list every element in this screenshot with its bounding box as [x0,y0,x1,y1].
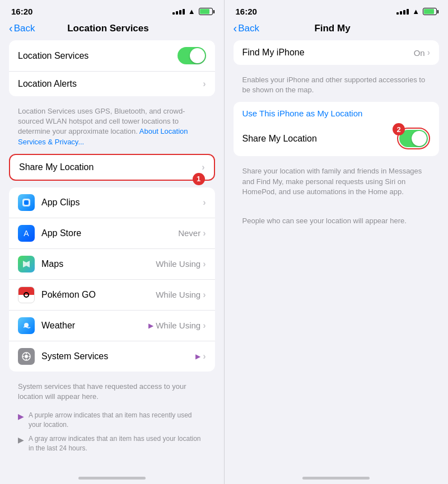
app-store-label: App Store [41,228,178,238]
badge-1: 1 [193,173,205,185]
share-toggle-knob [412,131,427,146]
app-store-chevron-icon: › [203,228,206,238]
maps-icon [18,256,35,272]
weather-chevron-icon: › [203,321,206,331]
right-screen: 16:20 ▲ ‹ Back Find My Find My iPhone [225,0,449,484]
system-arrow-icon: ▶ [195,353,200,360]
weather-icon [18,317,35,334]
share-my-location-label: Share My Location [19,162,202,172]
nav-title-right: Find My [226,23,439,34]
purple-arrow-note: ▶ A purple arrow indicates that an item … [18,411,206,430]
system-services-description: System services that have requested acce… [9,378,215,408]
nav-title-left: Location Services [1,23,214,34]
status-bar-right: 16:20 ▲ [225,0,449,20]
app-store-row[interactable]: A App Store Never › [9,218,215,249]
pokemon-icon [18,286,35,303]
purple-note-text: A purple arrow indicates that an item ha… [29,411,206,430]
right-content: Find My iPhone On › Enables your iPhone … [225,40,449,472]
status-time-left: 16:20 [11,7,32,16]
location-services-row[interactable]: Location Services [9,40,215,72]
maps-value: While Using [156,259,200,269]
weather-row[interactable]: Weather ▶ While Using › [9,311,215,341]
share-description: Share your location with family and frie… [234,163,440,204]
pokemon-row[interactable]: Pokémon GO While Using › [9,280,215,311]
people-placeholder: People who can see your location will ap… [234,213,440,233]
location-services-label: Location Services [18,51,178,61]
share-my-location-right-row[interactable]: Share My Location 2 [234,121,440,156]
wifi-icon: ▲ [188,7,195,16]
left-screen: 16:20 ▲ ‹ Back Location Services Locatio [0,0,224,484]
app-clips-chevron-icon: › [203,198,206,208]
share-location-chevron-icon: › [202,162,204,172]
find-my-iphone-card: Find My iPhone On › [234,40,440,65]
maps-label: Maps [41,259,156,269]
weather-label: Weather [41,321,148,331]
status-icons-left: ▲ [172,7,213,16]
nav-bar-right: ‹ Back Find My [225,20,449,40]
pokemon-label: Pokémon GO [41,290,156,300]
toggle-highlight-box: 2 [397,128,430,149]
find-my-iphone-row[interactable]: Find My iPhone On › [234,40,440,65]
pokemon-chevron-icon: › [203,290,206,300]
home-indicator-right [302,477,370,480]
svg-rect-1 [24,200,29,205]
status-bar-left: 16:20 ▲ [0,0,224,20]
wifi-right-icon: ▲ [412,7,419,16]
share-my-location-card: Share My Location › 1 [9,154,215,181]
svg-marker-3 [23,261,30,267]
system-services-row[interactable]: System Services ▶ › [9,341,215,372]
find-my-iphone-value: On [414,48,425,58]
share-toggle-container: 2 [397,128,430,149]
location-services-card: Location Services Location Alerts › [9,40,215,96]
app-store-value: Never [178,228,200,238]
system-chevron-icon: › [203,351,206,361]
gray-arrow-icon: ▶ [18,435,24,446]
footer-notes: ▶ A purple arrow indicates that an item … [9,408,215,466]
location-description: Location Services uses GPS, Bluetooth, a… [9,103,215,154]
battery-right-icon [423,8,437,15]
location-alerts-label: Location Alerts [18,79,203,89]
nav-bar-left: ‹ Back Location Services [0,20,224,40]
home-indicator-left [78,477,146,480]
app-clips-label: App Clips [41,198,203,208]
chevron-icon: › [203,79,206,89]
system-services-icon [18,348,35,365]
maps-chevron-icon: › [203,259,206,269]
toggle-knob [190,48,205,63]
maps-row[interactable]: Maps While Using › [9,249,215,280]
pokemon-value: While Using [156,290,200,299]
left-content: Location Services Location Alerts › Loca… [0,40,224,472]
share-my-location-right-label: Share My Location [242,134,398,144]
use-this-iphone-label: Use This iPhone as My Location [242,109,363,118]
app-store-icon: A [18,225,35,242]
svg-point-6 [25,355,28,358]
location-services-toggle[interactable] [178,47,206,64]
find-my-chevron-icon: › [427,48,430,58]
svg-text:A: A [24,229,29,238]
find-my-iphone-label: Find My iPhone [242,48,414,58]
use-this-iphone-card: Use This iPhone as My Location Share My … [234,102,440,156]
share-my-location-row[interactable]: Share My Location › [10,155,214,180]
status-time-right: 16:20 [236,7,257,16]
purple-arrow-icon: ▶ [18,411,24,422]
apps-card: App Clips › A App Store Never › Maps Whi… [9,187,215,372]
app-clips-icon [18,194,35,211]
weather-arrow-icon: ▶ [148,322,153,330]
signal-right-icon [396,9,409,15]
signal-icon [172,9,185,15]
app-clips-row[interactable]: App Clips › [9,187,215,218]
use-this-iphone-header: Use This iPhone as My Location [234,102,440,121]
system-services-label: System Services [41,351,195,361]
gray-note-text: A gray arrow indicates that an item has … [29,434,206,453]
weather-value: While Using [156,321,200,330]
status-icons-right: ▲ [396,7,437,16]
find-my-description: Enables your iPhone and other supported … [234,72,440,102]
battery-icon [199,8,213,15]
location-alerts-row[interactable]: Location Alerts › [9,72,215,96]
gray-arrow-note: ▶ A gray arrow indicates that an item ha… [18,434,206,453]
